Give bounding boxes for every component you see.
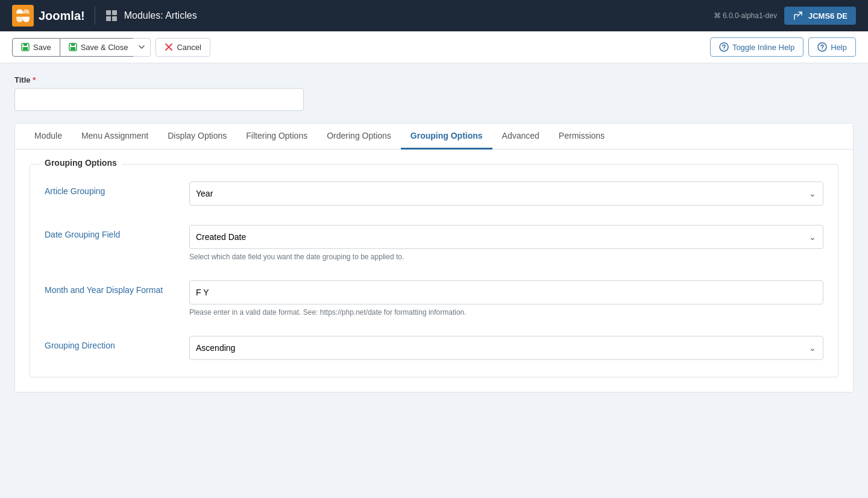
svg-rect-1	[106, 10, 111, 15]
grouping-direction-label: Grouping Direction	[45, 336, 189, 350]
toggle-help-label: Toggle Inline Help	[732, 43, 794, 52]
article-grouping-row: Article Grouping Year None Month and Yea…	[45, 177, 823, 206]
help-button[interactable]: Help	[808, 37, 856, 57]
svg-rect-2	[112, 10, 117, 15]
tabs-container: Module Menu Assignment Display Options F…	[14, 123, 854, 392]
tabs-nav: Module Menu Assignment Display Options F…	[15, 124, 853, 150]
title-input[interactable]	[14, 88, 304, 111]
svg-rect-6	[24, 43, 27, 46]
cancel-icon	[165, 43, 173, 51]
date-grouping-field-control: Created Date Modified Date Published Dat…	[189, 225, 823, 261]
tab-ordering-options[interactable]: Ordering Options	[317, 124, 401, 150]
save-close-button[interactable]: Save & Close	[60, 38, 137, 57]
user-label: JCMS6 DE	[808, 11, 848, 20]
date-grouping-select[interactable]: Created Date Modified Date Published Dat…	[189, 225, 823, 249]
chevron-down-icon	[138, 43, 145, 51]
tab-module[interactable]: Module	[25, 124, 72, 150]
grouping-options-fieldset: Grouping Options Article Grouping Year N…	[30, 164, 838, 377]
version-text: ⌘ 6.0.0-alpha1-dev	[714, 11, 777, 20]
tab-menu-assignment[interactable]: Menu Assignment	[72, 124, 158, 150]
top-header: Joomla! Modules: Articles ⌘ 6.0.0-alpha1…	[0, 0, 868, 31]
cancel-label: Cancel	[177, 43, 201, 52]
tab-permissions[interactable]: Permissions	[549, 124, 614, 150]
toolbar-right: Toggle Inline Help Help	[710, 37, 856, 57]
help-icon	[817, 42, 827, 52]
main-content: Title * Module Menu Assignment Display O…	[0, 63, 868, 405]
tab-content-grouping: Grouping Options Article Grouping Year N…	[15, 150, 853, 392]
save-group: Save Save & Close	[12, 38, 151, 57]
svg-rect-0	[12, 5, 34, 27]
tab-grouping-options[interactable]: Grouping Options	[401, 124, 492, 150]
month-year-format-label: Month and Year Display Format	[45, 280, 189, 295]
svg-rect-10	[71, 47, 75, 50]
save-button[interactable]: Save	[12, 38, 60, 57]
tab-display-options[interactable]: Display Options	[158, 124, 236, 150]
cancel-button[interactable]: Cancel	[156, 38, 210, 57]
month-year-format-row: Month and Year Display Format Please ent…	[45, 276, 823, 317]
save-close-icon	[69, 43, 77, 51]
grouping-direction-control: Ascending Descending ⌄	[189, 336, 823, 360]
article-grouping-select-wrapper: Year None Month and Year Author Category…	[189, 181, 823, 206]
title-label: Title *	[14, 75, 854, 84]
page-title: Modules: Articles	[124, 10, 197, 21]
article-grouping-select[interactable]: Year None Month and Year Author Category	[189, 181, 823, 206]
toolbar: Save Save & Close Cancel	[0, 31, 868, 63]
article-grouping-control: Year None Month and Year Author Category…	[189, 181, 823, 206]
save-close-label: Save & Close	[81, 43, 128, 52]
header-divider	[95, 7, 95, 25]
logo-text: Joomla!	[39, 9, 85, 23]
date-grouping-select-wrapper: Created Date Modified Date Published Dat…	[189, 225, 823, 249]
question-circle-icon	[719, 42, 729, 52]
svg-rect-3	[106, 16, 111, 21]
joomla-logo-icon	[12, 5, 34, 27]
svg-point-12	[723, 49, 725, 50]
svg-rect-4	[112, 16, 117, 21]
joomla-logo[interactable]: Joomla!	[12, 5, 85, 27]
save-label: Save	[33, 43, 51, 52]
svg-point-14	[822, 49, 823, 50]
svg-rect-7	[23, 47, 28, 50]
month-year-format-control: Please enter in a valid date format. See…	[189, 280, 823, 317]
date-grouping-field-row: Date Grouping Field Created Date Modifie…	[45, 220, 823, 261]
save-dropdown-button[interactable]	[133, 38, 151, 57]
grouping-direction-select-wrapper: Ascending Descending ⌄	[189, 336, 823, 360]
grouping-direction-select[interactable]: Ascending Descending	[189, 336, 823, 360]
month-year-format-input[interactable]	[189, 280, 823, 304]
save-icon	[21, 43, 30, 51]
month-year-format-help: Please enter in a valid date format. See…	[189, 308, 823, 317]
date-grouping-help: Select which date field you want the dat…	[189, 253, 823, 261]
svg-rect-9	[71, 43, 75, 46]
tab-advanced[interactable]: Advanced	[492, 124, 549, 150]
modules-icon	[105, 9, 118, 22]
title-section: Title *	[14, 75, 854, 111]
toggle-inline-help-button[interactable]: Toggle Inline Help	[710, 37, 804, 57]
user-button[interactable]: JCMS6 DE	[784, 7, 856, 25]
tab-filtering-options[interactable]: Filtering Options	[236, 124, 317, 150]
required-indicator: *	[33, 75, 36, 84]
fieldset-legend: Grouping Options	[40, 158, 122, 168]
help-label: Help	[831, 43, 847, 52]
date-grouping-field-label: Date Grouping Field	[45, 225, 189, 239]
header-right: ⌘ 6.0.0-alpha1-dev JCMS6 DE	[714, 7, 856, 25]
header-title: Modules: Articles	[105, 9, 197, 22]
external-link-icon	[793, 10, 804, 21]
grouping-direction-row: Grouping Direction Ascending Descending …	[45, 331, 823, 360]
article-grouping-label: Article Grouping	[45, 181, 189, 196]
